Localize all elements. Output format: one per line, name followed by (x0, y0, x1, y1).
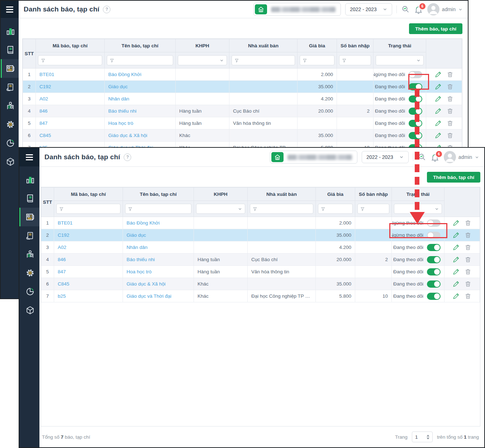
magazine-code-link[interactable]: A02 (58, 245, 66, 250)
magazine-name-link[interactable]: Báo thiếu nhi (127, 257, 155, 262)
magazine-code-link[interactable]: C845 (58, 281, 69, 287)
delete-button[interactable] (447, 108, 453, 114)
filter-publisher-input[interactable] (232, 55, 295, 65)
magazine-name-link[interactable]: Giáo dục (127, 232, 146, 238)
magazine-name-link[interactable]: Nhân dân (108, 96, 129, 102)
help-icon[interactable]: ? (124, 154, 131, 161)
add-magazine-button[interactable]: Thêm báo, tạp chí (409, 23, 462, 34)
filter-price-input[interactable] (318, 204, 353, 214)
user-menu[interactable]: admin (444, 151, 479, 163)
sidebar-item-lending[interactable] (19, 226, 39, 245)
status-toggle[interactable] (427, 232, 441, 239)
sidebar-item-inventory[interactable] (19, 301, 39, 320)
sidebar-item-reports[interactable] (19, 282, 39, 301)
sidebar-menu-toggle[interactable] (19, 148, 39, 166)
magazine-name-link[interactable]: Báo Đồng Khởi (127, 220, 160, 226)
delete-button[interactable] (447, 71, 453, 78)
delete-button[interactable] (465, 280, 471, 287)
add-magazine-button[interactable]: Thêm báo, tạp chí (427, 172, 480, 183)
delete-button[interactable] (465, 256, 471, 263)
delete-button[interactable] (447, 132, 453, 139)
status-toggle[interactable] (427, 220, 441, 227)
delete-button[interactable] (465, 293, 471, 300)
edit-button[interactable] (453, 256, 460, 263)
magazine-code-link[interactable]: C192 (39, 84, 51, 89)
filter-status-select[interactable] (376, 55, 424, 65)
delete-button[interactable] (447, 120, 453, 127)
filter-publisher-input[interactable] (250, 204, 313, 214)
user-menu[interactable]: admin (427, 3, 463, 15)
magazine-code-link[interactable]: 846 (58, 257, 66, 262)
edit-button[interactable] (435, 132, 442, 139)
edit-button[interactable] (453, 220, 460, 226)
filter-price-input[interactable] (300, 55, 334, 65)
magazine-name-link[interactable]: Giáo dục (108, 84, 128, 89)
search-button[interactable] (418, 153, 426, 161)
sidebar-item-newspapers[interactable] (1, 59, 19, 78)
edit-button[interactable] (435, 83, 442, 90)
edit-button[interactable] (435, 95, 442, 102)
filter-copies-input[interactable] (339, 55, 371, 65)
status-toggle[interactable] (409, 95, 422, 103)
status-toggle[interactable] (427, 244, 441, 251)
magazine-name-link[interactable]: Hoa học trò (108, 121, 133, 126)
status-toggle[interactable] (427, 293, 441, 300)
sidebar-item-statistics[interactable] (19, 170, 39, 189)
filter-name-input[interactable] (125, 204, 191, 214)
delete-button[interactable] (465, 232, 471, 239)
magazine-code-link[interactable]: A02 (39, 96, 48, 102)
filter-name-input[interactable] (107, 55, 173, 65)
status-toggle[interactable] (409, 83, 422, 90)
sidebar-menu-toggle[interactable] (1, 1, 19, 18)
edit-button[interactable] (435, 108, 442, 114)
sidebar-item-books[interactable] (19, 189, 39, 208)
edit-button[interactable] (453, 268, 460, 275)
help-icon[interactable]: ? (103, 6, 110, 13)
magazine-name-link[interactable]: Báo Đồng Khởi (108, 72, 141, 77)
edit-button[interactable] (453, 280, 460, 287)
sidebar-item-books[interactable] (1, 41, 19, 59)
notifications-button[interactable]: 6 (414, 5, 423, 14)
magazine-name-link[interactable]: Nhân dân (127, 245, 148, 250)
status-toggle[interactable] (427, 280, 441, 288)
sidebar-item-reports[interactable] (1, 134, 19, 152)
notifications-button[interactable]: 6 (431, 153, 439, 162)
status-toggle[interactable] (409, 132, 422, 139)
filter-khph-select[interactable] (178, 55, 227, 65)
school-selector[interactable] (253, 3, 341, 16)
delete-button[interactable] (465, 244, 471, 251)
search-button[interactable] (401, 5, 410, 14)
delete-button[interactable] (465, 220, 471, 226)
sidebar-item-settings[interactable] (1, 115, 19, 134)
delete-button[interactable] (465, 268, 471, 275)
sidebar-item-inventory[interactable] (1, 152, 19, 171)
edit-button[interactable] (435, 120, 442, 127)
magazine-code-link[interactable]: C192 (58, 232, 69, 238)
status-toggle[interactable] (409, 71, 422, 78)
filter-copies-input[interactable] (357, 204, 389, 214)
sidebar-item-readers[interactable] (1, 96, 19, 115)
filter-status-select[interactable] (394, 204, 442, 214)
school-selector[interactable] (270, 151, 357, 164)
magazine-name-link[interactable]: Giáo dục và Thời đại (127, 293, 171, 299)
status-toggle[interactable] (409, 108, 422, 115)
sidebar-item-settings[interactable] (19, 264, 39, 282)
status-toggle[interactable] (409, 120, 422, 127)
status-toggle[interactable] (427, 256, 441, 263)
page-number-input[interactable]: 1 (412, 432, 433, 442)
magazine-code-link[interactable]: BTE01 (58, 220, 72, 226)
sidebar-item-lending[interactable] (1, 78, 19, 96)
edit-button[interactable] (453, 293, 460, 300)
magazine-name-link[interactable]: Giáo dục & Xã hội (127, 281, 166, 287)
magazine-name-link[interactable]: Giáo dục & Xã hội (108, 133, 147, 138)
page-spinner[interactable] (427, 435, 429, 439)
magazine-code-link[interactable]: BTE01 (39, 72, 54, 77)
edit-button[interactable] (453, 232, 460, 239)
filter-khph-select[interactable] (196, 204, 245, 214)
filter-code-input[interactable] (38, 55, 102, 65)
magazine-code-link[interactable]: 847 (39, 121, 48, 126)
magazine-code-link[interactable]: 847 (58, 269, 66, 274)
edit-button[interactable] (453, 244, 460, 251)
sidebar-item-readers[interactable] (19, 245, 39, 264)
magazine-code-link[interactable]: C845 (39, 133, 51, 138)
